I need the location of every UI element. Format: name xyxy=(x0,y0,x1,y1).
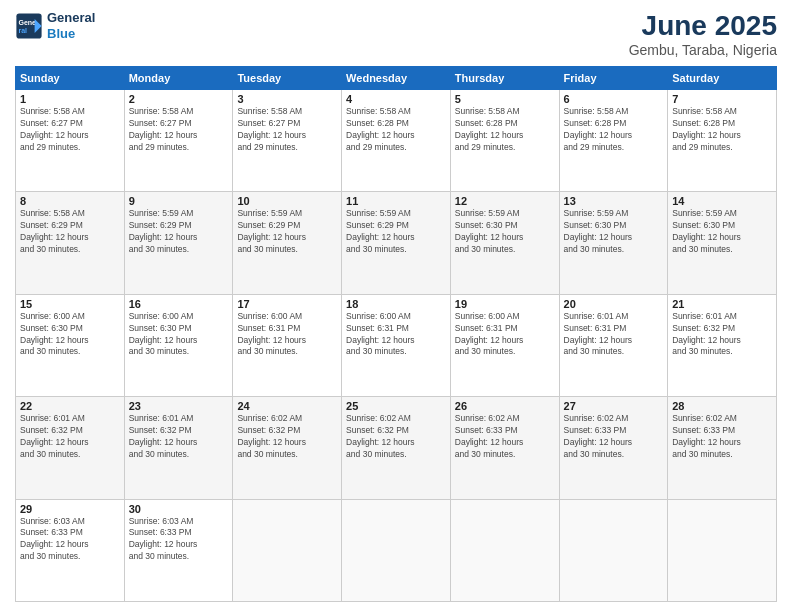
calendar-cell: 26Sunrise: 6:02 AM Sunset: 6:33 PM Dayli… xyxy=(450,397,559,499)
calendar-cell xyxy=(668,499,777,601)
calendar-week-row: 29Sunrise: 6:03 AM Sunset: 6:33 PM Dayli… xyxy=(16,499,777,601)
calendar-cell: 22Sunrise: 6:01 AM Sunset: 6:32 PM Dayli… xyxy=(16,397,125,499)
calendar-cell: 15Sunrise: 6:00 AM Sunset: 6:30 PM Dayli… xyxy=(16,294,125,396)
day-number: 6 xyxy=(564,93,664,105)
calendar-day-header: Saturday xyxy=(668,67,777,90)
day-info: Sunrise: 6:00 AM Sunset: 6:31 PM Dayligh… xyxy=(455,311,555,359)
day-info: Sunrise: 6:01 AM Sunset: 6:32 PM Dayligh… xyxy=(672,311,772,359)
day-number: 28 xyxy=(672,400,772,412)
calendar-week-row: 22Sunrise: 6:01 AM Sunset: 6:32 PM Dayli… xyxy=(16,397,777,499)
calendar-week-row: 8Sunrise: 5:58 AM Sunset: 6:29 PM Daylig… xyxy=(16,192,777,294)
calendar-cell: 30Sunrise: 6:03 AM Sunset: 6:33 PM Dayli… xyxy=(124,499,233,601)
day-info: Sunrise: 6:02 AM Sunset: 6:32 PM Dayligh… xyxy=(237,413,337,461)
day-number: 5 xyxy=(455,93,555,105)
page: Gene ral General Blue June 2025 Gembu, T… xyxy=(0,0,792,612)
calendar-cell: 12Sunrise: 5:59 AM Sunset: 6:30 PM Dayli… xyxy=(450,192,559,294)
calendar-cell: 4Sunrise: 5:58 AM Sunset: 6:28 PM Daylig… xyxy=(342,90,451,192)
day-info: Sunrise: 5:58 AM Sunset: 6:28 PM Dayligh… xyxy=(564,106,664,154)
calendar-cell: 8Sunrise: 5:58 AM Sunset: 6:29 PM Daylig… xyxy=(16,192,125,294)
calendar-cell: 17Sunrise: 6:00 AM Sunset: 6:31 PM Dayli… xyxy=(233,294,342,396)
calendar-cell xyxy=(233,499,342,601)
day-info: Sunrise: 6:00 AM Sunset: 6:30 PM Dayligh… xyxy=(129,311,229,359)
day-info: Sunrise: 6:00 AM Sunset: 6:30 PM Dayligh… xyxy=(20,311,120,359)
day-info: Sunrise: 5:58 AM Sunset: 6:27 PM Dayligh… xyxy=(129,106,229,154)
logo: Gene ral General Blue xyxy=(15,10,95,41)
svg-text:Gene: Gene xyxy=(19,18,37,25)
day-number: 3 xyxy=(237,93,337,105)
calendar-cell: 14Sunrise: 5:59 AM Sunset: 6:30 PM Dayli… xyxy=(668,192,777,294)
logo-icon: Gene ral xyxy=(15,12,43,40)
day-info: Sunrise: 6:01 AM Sunset: 6:31 PM Dayligh… xyxy=(564,311,664,359)
calendar-day-header: Sunday xyxy=(16,67,125,90)
title-block: June 2025 Gembu, Taraba, Nigeria xyxy=(629,10,777,58)
day-info: Sunrise: 6:02 AM Sunset: 6:33 PM Dayligh… xyxy=(455,413,555,461)
calendar-cell: 25Sunrise: 6:02 AM Sunset: 6:32 PM Dayli… xyxy=(342,397,451,499)
day-number: 11 xyxy=(346,195,446,207)
day-number: 12 xyxy=(455,195,555,207)
logo-line1: General xyxy=(47,10,95,26)
day-info: Sunrise: 6:00 AM Sunset: 6:31 PM Dayligh… xyxy=(237,311,337,359)
day-number: 14 xyxy=(672,195,772,207)
day-info: Sunrise: 6:01 AM Sunset: 6:32 PM Dayligh… xyxy=(129,413,229,461)
calendar-cell: 10Sunrise: 5:59 AM Sunset: 6:29 PM Dayli… xyxy=(233,192,342,294)
calendar-header-row: SundayMondayTuesdayWednesdayThursdayFrid… xyxy=(16,67,777,90)
day-info: Sunrise: 5:58 AM Sunset: 6:27 PM Dayligh… xyxy=(20,106,120,154)
calendar-cell: 29Sunrise: 6:03 AM Sunset: 6:33 PM Dayli… xyxy=(16,499,125,601)
calendar-cell: 19Sunrise: 6:00 AM Sunset: 6:31 PM Dayli… xyxy=(450,294,559,396)
calendar-cell: 13Sunrise: 5:59 AM Sunset: 6:30 PM Dayli… xyxy=(559,192,668,294)
day-info: Sunrise: 6:00 AM Sunset: 6:31 PM Dayligh… xyxy=(346,311,446,359)
day-info: Sunrise: 5:59 AM Sunset: 6:29 PM Dayligh… xyxy=(237,208,337,256)
calendar-cell: 21Sunrise: 6:01 AM Sunset: 6:32 PM Dayli… xyxy=(668,294,777,396)
day-number: 23 xyxy=(129,400,229,412)
calendar-day-header: Thursday xyxy=(450,67,559,90)
calendar-cell: 11Sunrise: 5:59 AM Sunset: 6:29 PM Dayli… xyxy=(342,192,451,294)
header: Gene ral General Blue June 2025 Gembu, T… xyxy=(15,10,777,58)
subtitle: Gembu, Taraba, Nigeria xyxy=(629,42,777,58)
logo-line2: Blue xyxy=(47,26,95,42)
day-info: Sunrise: 5:59 AM Sunset: 6:30 PM Dayligh… xyxy=(564,208,664,256)
day-info: Sunrise: 6:02 AM Sunset: 6:33 PM Dayligh… xyxy=(672,413,772,461)
day-info: Sunrise: 5:58 AM Sunset: 6:28 PM Dayligh… xyxy=(455,106,555,154)
day-number: 25 xyxy=(346,400,446,412)
day-number: 8 xyxy=(20,195,120,207)
day-number: 15 xyxy=(20,298,120,310)
calendar-week-row: 15Sunrise: 6:00 AM Sunset: 6:30 PM Dayli… xyxy=(16,294,777,396)
calendar-cell: 18Sunrise: 6:00 AM Sunset: 6:31 PM Dayli… xyxy=(342,294,451,396)
calendar-cell: 27Sunrise: 6:02 AM Sunset: 6:33 PM Dayli… xyxy=(559,397,668,499)
day-info: Sunrise: 5:58 AM Sunset: 6:28 PM Dayligh… xyxy=(672,106,772,154)
calendar-cell: 16Sunrise: 6:00 AM Sunset: 6:30 PM Dayli… xyxy=(124,294,233,396)
day-info: Sunrise: 5:59 AM Sunset: 6:30 PM Dayligh… xyxy=(672,208,772,256)
main-title: June 2025 xyxy=(629,10,777,42)
calendar-cell: 24Sunrise: 6:02 AM Sunset: 6:32 PM Dayli… xyxy=(233,397,342,499)
calendar-day-header: Tuesday xyxy=(233,67,342,90)
day-info: Sunrise: 6:02 AM Sunset: 6:32 PM Dayligh… xyxy=(346,413,446,461)
day-number: 18 xyxy=(346,298,446,310)
day-info: Sunrise: 5:58 AM Sunset: 6:28 PM Dayligh… xyxy=(346,106,446,154)
day-number: 20 xyxy=(564,298,664,310)
day-info: Sunrise: 6:01 AM Sunset: 6:32 PM Dayligh… xyxy=(20,413,120,461)
day-number: 4 xyxy=(346,93,446,105)
day-info: Sunrise: 5:59 AM Sunset: 6:29 PM Dayligh… xyxy=(346,208,446,256)
day-number: 22 xyxy=(20,400,120,412)
calendar-cell: 5Sunrise: 5:58 AM Sunset: 6:28 PM Daylig… xyxy=(450,90,559,192)
calendar-cell: 6Sunrise: 5:58 AM Sunset: 6:28 PM Daylig… xyxy=(559,90,668,192)
day-number: 9 xyxy=(129,195,229,207)
calendar-cell: 28Sunrise: 6:02 AM Sunset: 6:33 PM Dayli… xyxy=(668,397,777,499)
day-number: 27 xyxy=(564,400,664,412)
calendar-cell xyxy=(450,499,559,601)
logo-text: General Blue xyxy=(47,10,95,41)
calendar-table: SundayMondayTuesdayWednesdayThursdayFrid… xyxy=(15,66,777,602)
day-info: Sunrise: 5:58 AM Sunset: 6:27 PM Dayligh… xyxy=(237,106,337,154)
day-number: 16 xyxy=(129,298,229,310)
day-number: 24 xyxy=(237,400,337,412)
day-number: 19 xyxy=(455,298,555,310)
calendar-week-row: 1Sunrise: 5:58 AM Sunset: 6:27 PM Daylig… xyxy=(16,90,777,192)
day-info: Sunrise: 5:59 AM Sunset: 6:30 PM Dayligh… xyxy=(455,208,555,256)
day-number: 10 xyxy=(237,195,337,207)
day-number: 13 xyxy=(564,195,664,207)
day-number: 29 xyxy=(20,503,120,515)
calendar-cell: 3Sunrise: 5:58 AM Sunset: 6:27 PM Daylig… xyxy=(233,90,342,192)
day-info: Sunrise: 5:59 AM Sunset: 6:29 PM Dayligh… xyxy=(129,208,229,256)
day-number: 30 xyxy=(129,503,229,515)
calendar-day-header: Friday xyxy=(559,67,668,90)
